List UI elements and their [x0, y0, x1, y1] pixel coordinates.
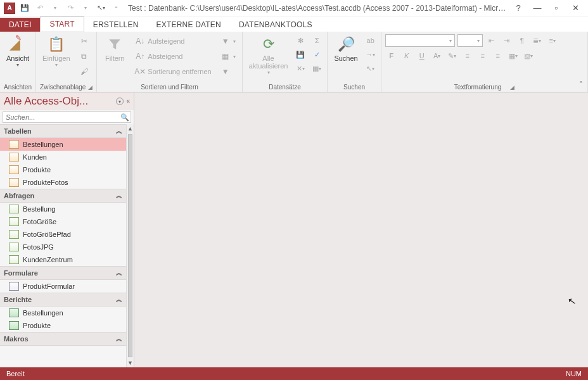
align-center-button[interactable]: ≡	[476, 49, 489, 62]
save-record-button[interactable]: 💾	[294, 48, 307, 61]
replace-button[interactable]: ab	[364, 34, 377, 47]
text-direction-button[interactable]: ¶	[516, 34, 528, 47]
category-berichte[interactable]: Berichte︽	[0, 293, 126, 307]
font-family-combo[interactable]: ▾	[385, 34, 455, 47]
collapse-icon: ︽	[116, 191, 122, 200]
bullets-button[interactable]: ≣▾	[531, 34, 544, 47]
qat-more-button[interactable]: ⁼	[109, 1, 123, 15]
minimize-button[interactable]: —	[531, 3, 544, 13]
chevron-up-icon: ˄	[579, 80, 583, 89]
gridlines-button[interactable]: ▦▾	[507, 49, 520, 62]
paste-icon: 📋	[48, 35, 65, 53]
selection-filter-button[interactable]: ▼▾	[218, 34, 238, 48]
nav-item-fotogroesse[interactable]: FotoGröße	[0, 215, 126, 228]
undo-dropdown[interactable]: ▾	[48, 1, 62, 15]
spelling-button[interactable]: ✓	[310, 48, 323, 61]
brush-icon: 🖌	[79, 66, 89, 77]
search-input[interactable]	[3, 112, 119, 122]
tab-datenbanktools[interactable]: DATENBANKTOOLS	[230, 18, 321, 32]
underline-button[interactable]: U	[416, 49, 428, 62]
dialog-launcher-icon[interactable]: ◢	[510, 84, 514, 91]
toggle-filter-button[interactable]: ▼	[218, 65, 238, 79]
advanced-filter-button[interactable]: ▦▾	[218, 49, 238, 63]
nav-item-fotogroessepfad[interactable]: FotoGrößePfad	[0, 228, 126, 241]
highlight-button[interactable]: ✎▾	[446, 49, 459, 62]
undo-button[interactable]: ↶	[33, 1, 47, 15]
format-painter-button[interactable]: 🖌	[77, 65, 92, 79]
category-abfragen[interactable]: Abfragen︽	[0, 189, 126, 203]
align-left-button[interactable]: ≡	[461, 49, 474, 62]
collapse-ribbon-button[interactable]: ˄	[579, 80, 583, 89]
scroll-thumb[interactable]	[128, 134, 132, 357]
tab-start[interactable]: START	[40, 16, 84, 32]
category-tabellen[interactable]: Tabellen︽	[0, 124, 126, 138]
bullets-icon: ≣	[533, 37, 539, 45]
copy-button[interactable]: ⧉	[77, 49, 92, 63]
nav-collapse-icon[interactable]: «	[126, 98, 130, 105]
underline-icon: U	[419, 52, 425, 60]
nav-item-kundenzentrum[interactable]: KundenZentrum	[0, 253, 126, 266]
nav-header[interactable]: Alle Access-Obj... ▾ «	[0, 92, 134, 110]
tab-datei[interactable]: DATEI	[0, 18, 40, 32]
group-sortieren-filtern: Filtern A↓Aufsteigend A↑Absteigend A✕Sor…	[97, 32, 242, 92]
redo-dropdown[interactable]: ▾	[79, 1, 93, 15]
tab-externe-daten[interactable]: EXTERNE DATEN	[148, 18, 230, 32]
indent-decrease-button[interactable]: ⇤	[485, 34, 498, 47]
nav-item-produkte[interactable]: Produkte	[0, 163, 126, 176]
fill-color-button[interactable]: ▧▾	[522, 49, 535, 62]
italic-button[interactable]: K	[400, 49, 413, 62]
save-icon: 💾	[20, 4, 29, 12]
nav-item-bestellungen[interactable]: Bestellungen	[0, 138, 126, 151]
app-icon[interactable]: A	[3, 1, 16, 15]
customize-button[interactable]: ↖▾	[94, 1, 108, 15]
nav-item-report-bestellungen[interactable]: Bestellungen	[0, 307, 126, 319]
nav-item-produktformular[interactable]: ProduktFormular	[0, 280, 126, 293]
tab-erstellen[interactable]: ERSTELLEN	[84, 18, 148, 32]
more-records-button[interactable]: ▦▾	[310, 62, 323, 75]
group-zwischenablage: 📋 Einfügen ▾ ✂ ⧉ 🖌 Zwischenablage◢	[36, 32, 97, 92]
help-button[interactable]: ?	[512, 3, 525, 13]
scroll-down-icon[interactable]: ▼	[127, 358, 134, 367]
indent-increase-button[interactable]: ⇥	[501, 34, 513, 47]
dialog-launcher-icon[interactable]: ◢	[88, 84, 93, 91]
font-color-button[interactable]: A▾	[431, 49, 444, 62]
numbering-button[interactable]: ≡▾	[546, 34, 559, 47]
save-button[interactable]: 💾	[18, 1, 32, 15]
close-button[interactable]: ✕	[569, 3, 582, 13]
goto-button[interactable]: →▾	[364, 48, 377, 61]
category-formulare[interactable]: Formulare︽	[0, 266, 126, 280]
new-record-button[interactable]: ✻	[294, 34, 307, 47]
restore-button[interactable]: ▫	[550, 3, 563, 13]
align-right-button[interactable]: ≡	[492, 49, 504, 62]
sortierung-entfernen-button[interactable]: A✕Sortierung entfernen	[132, 65, 214, 79]
suchen-button[interactable]: 🔎 Suchen	[331, 34, 360, 63]
search-button[interactable]: 🔍	[119, 112, 131, 122]
nav-dropdown-icon[interactable]: ▾	[116, 98, 124, 105]
group-ansichten: ◢✎ Ansicht ▾ Ansichten	[0, 32, 36, 92]
nav-item-fotosjpg[interactable]: FotosJPG	[0, 241, 126, 253]
nav-item-bestellung[interactable]: Bestellung	[0, 203, 126, 215]
category-makros[interactable]: Makros︽	[0, 332, 126, 346]
group-label-suchen: Suchen	[331, 82, 376, 91]
delete-record-button[interactable]: ✕▾	[294, 62, 307, 75]
scroll-up-icon[interactable]: ▲	[127, 124, 134, 133]
font-size-combo[interactable]: ▾	[457, 34, 483, 47]
bold-button[interactable]: F	[385, 49, 398, 62]
totals-button[interactable]: Σ	[310, 34, 323, 47]
redo-button[interactable]: ↷	[63, 1, 77, 15]
nav-scrollbar[interactable]: ▲ ▼	[126, 124, 134, 367]
chevron-down-icon: ▾	[373, 52, 375, 58]
absteigend-button[interactable]: A↑Absteigend	[132, 49, 214, 63]
filtern-button[interactable]: Filtern	[101, 34, 129, 63]
select-button[interactable]: ↖▾	[364, 62, 377, 75]
nav-item-produktefotos[interactable]: ProdukteFotos	[0, 176, 126, 189]
ansicht-button[interactable]: ◢✎ Ansicht ▾	[4, 34, 32, 69]
nav-item-report-produkte[interactable]: Produkte	[0, 319, 126, 332]
chevron-down-icon: ▾	[267, 70, 270, 75]
aufsteigend-button[interactable]: A↓Aufsteigend	[132, 34, 214, 48]
cut-button[interactable]: ✂	[77, 34, 92, 48]
form-icon	[9, 282, 19, 291]
alle-aktualisieren-button[interactable]: ⟳ Alleaktualisieren ▾	[246, 34, 291, 77]
nav-item-kunden[interactable]: Kunden	[0, 151, 126, 163]
einfuegen-button[interactable]: 📋 Einfügen ▾	[40, 34, 72, 69]
